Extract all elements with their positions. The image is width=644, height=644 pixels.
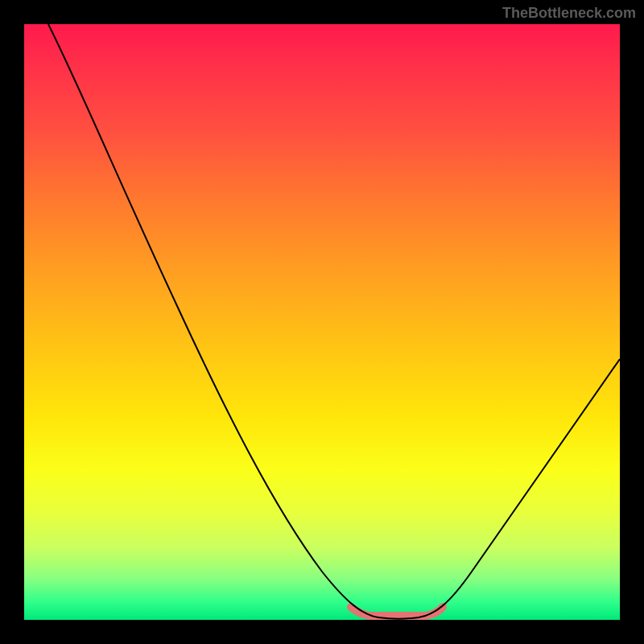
plot-area [24,24,620,620]
left-descending-curve [48,24,378,617]
right-ascending-curve [419,359,620,617]
curve-layer [24,24,620,620]
watermark-text: TheBottleneck.com [502,5,636,22]
